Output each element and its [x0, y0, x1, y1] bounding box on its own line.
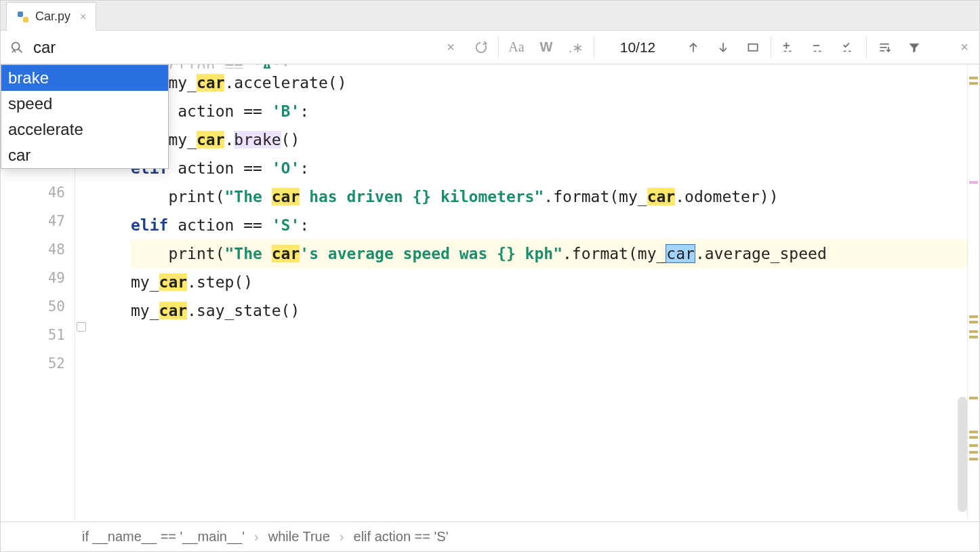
select-all-occurrences-icon[interactable]	[834, 31, 863, 64]
breadcrumb-separator-icon: ›	[340, 529, 344, 545]
code-line[interactable]: my_car.accelerate()	[131, 68, 967, 97]
next-match-icon[interactable]	[708, 31, 738, 64]
code-content[interactable]: if action == 'A': my_car.accelerate()eli…	[90, 64, 967, 521]
file-tab[interactable]: Car.py ×	[6, 2, 96, 31]
overview-mark[interactable]	[969, 315, 978, 318]
code-line[interactable]: elif action == 'O':	[131, 154, 967, 182]
overview-mark[interactable]	[969, 336, 978, 338]
close-tab-icon[interactable]: ×	[80, 11, 86, 23]
code-line[interactable]: my_car.brake()	[131, 125, 967, 154]
code-line[interactable]: my_car.step()	[131, 268, 967, 296]
separator	[866, 37, 867, 58]
separator	[594, 37, 594, 58]
suggestion-item[interactable]: speed	[1, 91, 168, 117]
svg-rect-0	[18, 12, 23, 17]
python-file-icon	[16, 10, 30, 24]
overview-mark[interactable]	[969, 77, 978, 79]
code-line[interactable]: my_car.say_state()	[131, 296, 967, 325]
separator	[771, 37, 771, 58]
overview-mark[interactable]	[969, 397, 978, 399]
breadcrumb-item[interactable]: while True	[268, 529, 330, 545]
match-case-icon[interactable]: Aa	[502, 31, 531, 64]
search-icon[interactable]	[1, 40, 33, 55]
scrollbar-thumb[interactable]	[958, 397, 967, 512]
search-input[interactable]	[33, 31, 304, 64]
svg-point-2	[12, 42, 20, 50]
suggestion-item[interactable]: car	[1, 142, 168, 168]
search-history-icon[interactable]	[466, 31, 495, 64]
svg-line-3	[19, 49, 22, 52]
overview-mark[interactable]	[969, 321, 978, 323]
overview-mark[interactable]	[969, 444, 978, 447]
code-line[interactable]: elif action == 'B':	[131, 97, 967, 125]
overview-mark[interactable]	[969, 82, 978, 85]
line-number: 50	[1, 292, 75, 321]
line-number: 46	[1, 178, 75, 207]
overview-mark[interactable]	[969, 436, 978, 439]
prev-match-icon[interactable]	[678, 31, 708, 64]
breadcrumb-separator-icon: ›	[254, 529, 259, 545]
separator	[498, 37, 499, 58]
svg-rect-6	[748, 44, 757, 51]
suggestion-item[interactable]: brake	[1, 65, 168, 91]
find-toolbar: × Aa W .∗ 10/12	[1, 31, 979, 64]
editor-area: 46474849505152 if action == 'A': my_car.…	[1, 64, 979, 521]
match-count: 10/12	[597, 39, 678, 56]
editor-tabs: Car.py ×	[1, 1, 979, 31]
overview-ruler[interactable]	[967, 64, 979, 521]
code-line[interactable]: print("The car's average speed was {} kp…	[131, 239, 967, 268]
code-line[interactable]: elif action == 'S':	[131, 211, 967, 239]
clear-search-icon[interactable]: ×	[436, 31, 466, 64]
line-number: 47	[1, 207, 75, 235]
line-number: 48	[1, 235, 75, 264]
svg-rect-1	[23, 17, 28, 22]
breadcrumb-item[interactable]: elif action == 'S'	[354, 529, 449, 545]
line-number: 49	[1, 264, 75, 292]
line-number: 51	[1, 321, 75, 349]
breadcrumb-item[interactable]: if __name__ == '__main__'	[82, 529, 245, 545]
whole-words-icon[interactable]: W	[531, 31, 561, 64]
overview-mark[interactable]	[969, 181, 978, 184]
overview-mark[interactable]	[969, 458, 978, 460]
select-all-matches-icon[interactable]	[738, 31, 768, 64]
filter-icon[interactable]	[899, 31, 929, 64]
close-find-bar-icon[interactable]: ×	[950, 31, 979, 64]
code-line[interactable]	[131, 325, 967, 353]
regex-icon[interactable]: .∗	[561, 31, 591, 64]
tab-filename: Car.py	[35, 9, 70, 24]
line-number: 52	[1, 349, 75, 378]
search-suggestions-popup: brakespeedacceleratecar	[1, 64, 169, 169]
breadcrumbs-bar: if __name__ == '__main__'›while True›eli…	[1, 521, 979, 551]
toggle-filter-icon[interactable]	[870, 31, 899, 64]
add-selection-icon[interactable]	[774, 31, 804, 64]
overview-mark[interactable]	[969, 330, 978, 333]
suggestion-item[interactable]: accelerate	[1, 117, 168, 142]
remove-selection-icon[interactable]	[804, 31, 834, 64]
fold-toggle-icon[interactable]	[77, 322, 86, 332]
overview-mark[interactable]	[969, 431, 978, 433]
code-line[interactable]: print("The car has driven {} kilometers"…	[131, 182, 967, 211]
overview-mark[interactable]	[969, 451, 978, 454]
